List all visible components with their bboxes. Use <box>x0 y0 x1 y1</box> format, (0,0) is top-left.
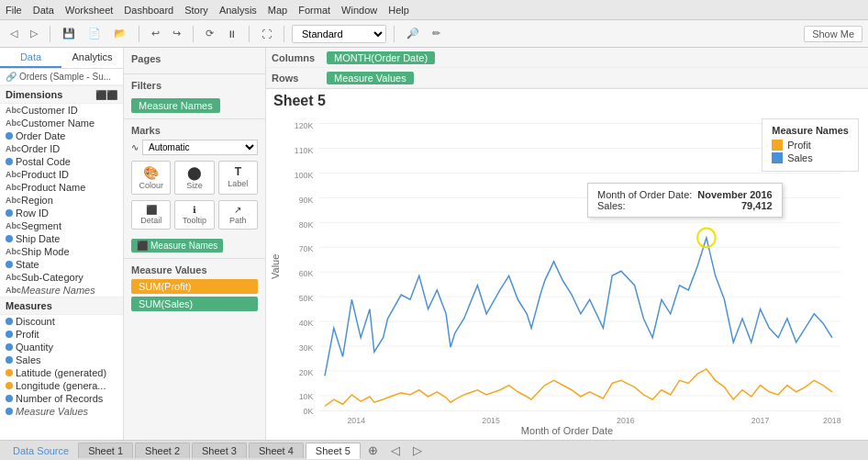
meas-discount[interactable]: Discount <box>0 315 123 328</box>
dim-segment[interactable]: Abc Segment <box>0 219 123 232</box>
marks-size-btn[interactable]: ⬤ Size <box>174 161 214 195</box>
dimensions-header: Dimensions ⬛⬛ <box>0 85 123 104</box>
columns-pill[interactable]: MONTH(Order Date) <box>327 51 435 64</box>
measure-pill-sales[interactable]: SUM(Sales) <box>131 297 258 311</box>
marks-label-btn[interactable]: T Label <box>218 161 258 195</box>
measure-pill-profit[interactable]: SUM(Profit) <box>131 279 258 294</box>
filter-measure-names[interactable]: Measure Names <box>131 98 220 113</box>
marks-detail-btn[interactable]: ⬛ Detail <box>131 200 171 230</box>
chart-wrapper: Sheet 5 Value 120K 110K 100K 90K 80K 70K… <box>266 89 868 440</box>
dim-region[interactable]: Abc Region <box>0 194 123 207</box>
meas-sales[interactable]: Sales <box>0 353 123 366</box>
menu-worksheet[interactable]: Worksheet <box>65 5 113 16</box>
measure-values-section: Measure Values SUM(Profit) SUM(Sales) <box>124 259 265 317</box>
chart-svg-container: 120K 110K 100K 90K 80K 70K 60K 50K 40K 3… <box>284 109 868 423</box>
toolbar-back[interactable]: ◁ <box>6 25 22 42</box>
svg-text:100K: 100K <box>295 170 314 179</box>
tab-prev-button[interactable]: ◁ <box>385 442 406 459</box>
svg-text:110K: 110K <box>295 145 314 154</box>
toolbar-sep3 <box>193 26 194 42</box>
marks-label: Marks <box>131 125 258 136</box>
dim-postal-code[interactable]: Postal Code <box>0 155 123 168</box>
dim-product-name[interactable]: Abc Product Name <box>0 181 123 194</box>
menu-data[interactable]: Data <box>33 5 54 16</box>
toolbar-pause[interactable]: ⏸ <box>222 26 241 42</box>
dim-ship-date[interactable]: Ship Date <box>0 232 123 245</box>
y-axis-label: Value <box>266 109 284 423</box>
tab-sheet2[interactable]: Sheet 2 <box>135 443 190 458</box>
dim-product-id[interactable]: Abc Product ID <box>0 168 123 181</box>
toolbar-redo[interactable]: ↪ <box>168 25 185 42</box>
dim-order-date[interactable]: Order Date <box>0 129 123 142</box>
marks-type-dropdown[interactable]: ∿ Automatic Bar Line Area Circle <box>131 140 258 155</box>
chart-title-row: Sheet 5 <box>266 89 868 109</box>
toolbar-sep6 <box>394 26 395 42</box>
toolbar-refresh[interactable]: ⟳ <box>201 25 218 42</box>
columns-shelf: Columns MONTH(Order Date) <box>266 48 868 68</box>
meas-measure-values[interactable]: Measure Values <box>0 405 123 418</box>
data-source-label[interactable]: 🔗 Orders (Sample - Su... <box>0 69 123 85</box>
meas-profit[interactable]: Profit <box>0 328 123 341</box>
menu-dashboard[interactable]: Dashboard <box>124 5 173 16</box>
tab-data[interactable]: Data <box>0 48 61 68</box>
toolbar-fit[interactable]: ⛶ <box>257 26 276 42</box>
meas-latitude[interactable]: Latitude (generated) <box>0 366 123 379</box>
tab-sheet4[interactable]: Sheet 4 <box>249 443 304 458</box>
toolbar-save[interactable]: 💾 <box>58 25 80 42</box>
dim-measure-names[interactable]: Abc Measure Names <box>0 284 123 297</box>
svg-text:90K: 90K <box>299 195 314 204</box>
marks-measure-names-pill[interactable]: ⬛ Measure Names <box>131 239 223 252</box>
menu-story[interactable]: Story <box>184 5 208 16</box>
menu-window[interactable]: Window <box>341 5 377 16</box>
tab-analytics[interactable]: Analytics <box>61 48 123 68</box>
legend-color-profit <box>772 140 783 151</box>
toolbar-new[interactable]: 📄 <box>83 25 106 42</box>
menu-file[interactable]: File <box>6 5 22 16</box>
meas-num-records[interactable]: Number of Records <box>0 392 123 405</box>
meas-quantity[interactable]: Quantity <box>0 341 123 353</box>
rows-pill[interactable]: Measure Values <box>327 72 414 84</box>
svg-text:70K: 70K <box>299 244 314 253</box>
toolbar-open[interactable]: 📂 <box>109 25 131 42</box>
show-me-button[interactable]: Show Me <box>804 26 862 42</box>
dim-row-id[interactable]: Row ID <box>0 207 123 219</box>
tooltip-title-row: Month of Order Date: November 2016 <box>597 189 773 200</box>
svg-text:80K: 80K <box>299 219 314 229</box>
tab-next-button[interactable]: ▷ <box>407 442 428 459</box>
svg-text:30K: 30K <box>299 343 314 353</box>
dim-ship-mode[interactable]: Abc Ship Mode <box>0 245 123 258</box>
menu-map[interactable]: Map <box>268 5 287 16</box>
menu-analysis[interactable]: Analysis <box>219 5 257 16</box>
tab-sheet3[interactable]: Sheet 3 <box>192 443 247 458</box>
toolbar-view-dropdown[interactable]: Standard Entire View Fixed Width <box>292 25 386 43</box>
marks-colour-btn[interactable]: 🎨 Colour <box>131 161 171 195</box>
dim-customer-id[interactable]: Abc Customer ID <box>0 104 123 117</box>
marks-type-select[interactable]: Automatic Bar Line Area Circle <box>142 140 258 155</box>
tooltip-box: Month of Order Date: November 2016 Sales… <box>587 183 783 218</box>
chart-area: Columns MONTH(Order Date) Rows Measure V… <box>266 48 868 440</box>
svg-text:60K: 60K <box>299 269 314 278</box>
dim-sub-category[interactable]: Abc Sub-Category <box>0 271 123 284</box>
menu-help[interactable]: Help <box>388 5 409 16</box>
tab-sheet5[interactable]: Sheet 5 <box>306 443 361 459</box>
tab-add-button[interactable]: ⊕ <box>362 442 384 459</box>
bottom-bar: Data Source Sheet 1 Sheet 2 Sheet 3 Shee… <box>0 440 868 460</box>
svg-text:0K: 0K <box>304 406 314 415</box>
data-source-tab[interactable]: Data Source <box>6 443 76 458</box>
dim-state[interactable]: State <box>0 258 123 271</box>
toolbar-forward[interactable]: ▷ <box>26 25 42 42</box>
dim-order-id[interactable]: Abc Order ID <box>0 142 123 155</box>
dim-customer-name[interactable]: Abc Customer Name <box>0 117 123 129</box>
toolbar-undo[interactable]: ↩ <box>147 25 164 42</box>
tab-sheet1[interactable]: Sheet 1 <box>78 443 133 458</box>
filters-section: Filters Measure Names <box>124 74 265 119</box>
marks-path-btn[interactable]: ↗ Path <box>218 200 258 230</box>
toolbar-tooltip[interactable]: 🔎 <box>402 25 424 42</box>
chart-body: Value 120K 110K 100K 90K 80K 70K 60K 50K… <box>266 109 868 423</box>
toolbar-highlight[interactable]: ✏ <box>428 25 445 42</box>
svg-text:120K: 120K <box>295 121 314 130</box>
menu-format[interactable]: Format <box>298 5 330 16</box>
marks-tooltip-btn[interactable]: ℹ Tooltip <box>174 200 214 230</box>
meas-longitude[interactable]: Longitude (genera... <box>0 379 123 392</box>
legend-color-sales <box>772 152 783 163</box>
